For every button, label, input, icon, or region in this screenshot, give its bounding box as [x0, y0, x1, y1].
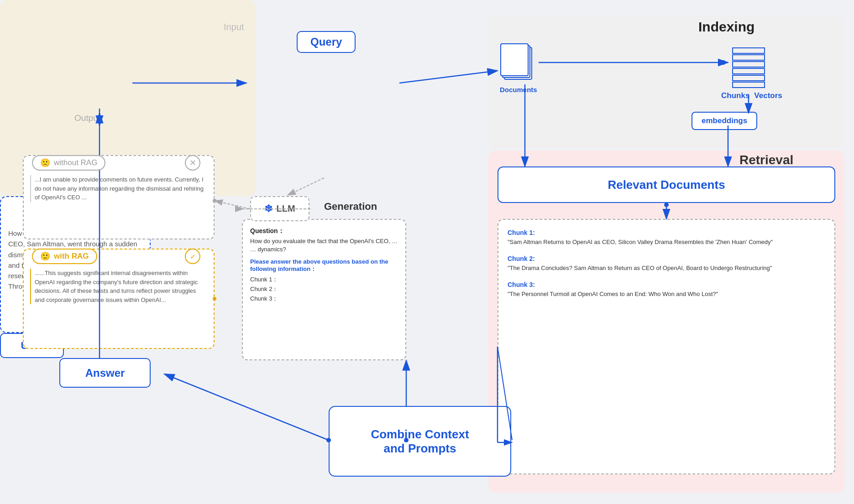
relevant-docs-box: Relevant Documents	[498, 166, 835, 203]
llm-box: ❄ LLM	[250, 196, 309, 221]
chunk3-text: "The Personnel Turmoil at OpenAI Comes t…	[508, 290, 825, 299]
check-icon: ✓	[190, 252, 196, 261]
sad-icon: 🙁	[40, 158, 50, 168]
generation-box: Question： How do you evaluate the fact t…	[242, 219, 406, 360]
answer-box: Answer	[59, 358, 151, 388]
chunk3-title: Chunk 3:	[508, 281, 825, 288]
x-icon: ✕	[189, 158, 196, 168]
svg-line-28	[215, 201, 250, 209]
svg-rect-1	[733, 55, 765, 60]
retrieval-label: Retrieval	[739, 153, 793, 167]
svg-line-26	[288, 178, 324, 195]
relevant-docs-label: Relevant Documents	[608, 178, 725, 192]
chunks-vectors: Chunks Vectors	[721, 91, 782, 100]
gen-instruction: Please answer the above questions based …	[250, 258, 398, 273]
gen-question-text: How do you evaluate the fact that the Op…	[250, 237, 398, 254]
indexing-area	[488, 16, 844, 148]
embeddings-box: embeddings	[692, 112, 757, 130]
snowflake-icon: ❄	[264, 203, 272, 215]
combine-context-box: Combine Context and Prompts	[329, 406, 511, 477]
without-rag-badge: 🙁 without RAG	[32, 155, 105, 171]
svg-rect-4	[733, 75, 765, 81]
svg-rect-0	[733, 48, 765, 53]
svg-rect-5	[733, 82, 765, 88]
generation-label: Generation	[324, 201, 377, 213]
answer-label: Answer	[85, 367, 125, 379]
query-title: Query	[297, 31, 356, 53]
indexing-label: Indexing	[698, 19, 754, 35]
documents-label: Documents	[500, 86, 537, 94]
input-label: Input	[224, 22, 244, 32]
without-rag-x: ✕	[185, 155, 200, 171]
combine-label: Combine Context and Prompts	[371, 427, 469, 456]
gen-chunk2: Chunk 2：	[250, 286, 278, 292]
llm-label: LLM	[276, 203, 295, 214]
with-rag-badge: 🙂 with RAG	[32, 249, 97, 264]
chunks-panel: Chunk 1: "Sam Altman Returns to OpenAI a…	[498, 219, 835, 474]
svg-rect-3	[733, 68, 765, 74]
gen-chunk1: Chunk 1：	[250, 276, 278, 283]
diagram: Indexing Input Output Generation Retriev…	[0, 0, 854, 504]
output-label: Output	[74, 113, 100, 123]
svg-rect-2	[733, 62, 765, 67]
gen-chunks: Chunk 1： Chunk 2： Chunk 3：	[250, 275, 398, 303]
happy-icon: 🙂	[40, 251, 50, 261]
without-rag-text: ...I am unable to provide comments on fu…	[30, 175, 207, 202]
without-rag-label: without RAG	[54, 158, 97, 167]
chunk2-title: Chunk 2:	[508, 255, 825, 262]
with-rag-label: with RAG	[54, 252, 89, 261]
chunks-label: Chunks	[721, 91, 749, 100]
chunk1-text: "Sam Altman Returns to OpenAI as CEO, Si…	[508, 238, 825, 247]
vectors-label: Vectors	[754, 91, 782, 100]
with-rag-check: ✓	[185, 249, 200, 264]
with-rag-text: ......This suggests significant internal…	[30, 269, 207, 304]
gen-question-label: Question：	[250, 227, 398, 235]
gen-chunk3: Chunk 3：	[250, 295, 278, 302]
chunk1-title: Chunk 1:	[508, 229, 825, 236]
vectors-icon	[730, 46, 767, 98]
svg-line-11	[399, 71, 498, 83]
svg-line-22	[164, 374, 329, 440]
chunk2-text: "The Drama Concludes? Sam Altman to Retu…	[508, 264, 825, 273]
embeddings-label: embeddings	[702, 116, 747, 125]
documents-box: Documents	[500, 43, 537, 94]
